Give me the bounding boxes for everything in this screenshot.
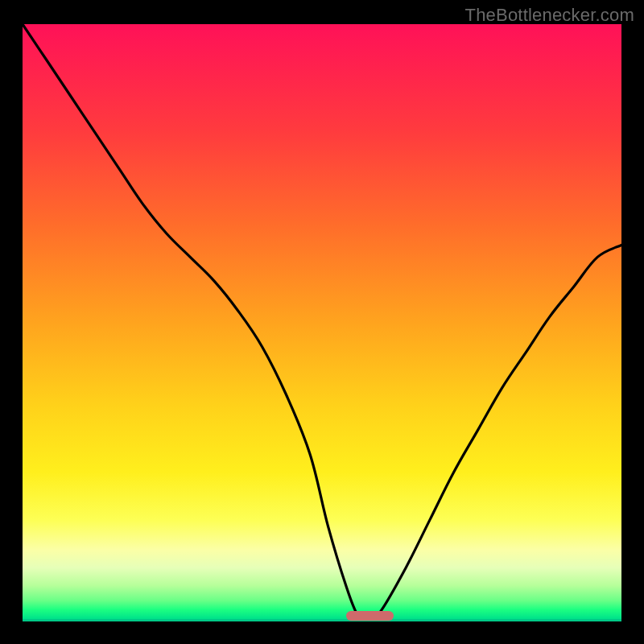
optimal-range-marker [346,611,394,621]
bottleneck-curve [23,24,621,621]
plot-area [23,24,621,621]
baseline [23,619,621,621]
watermark-text: TheBottlenecker.com [465,5,634,26]
chart-stage: TheBottlenecker.com [0,0,644,644]
